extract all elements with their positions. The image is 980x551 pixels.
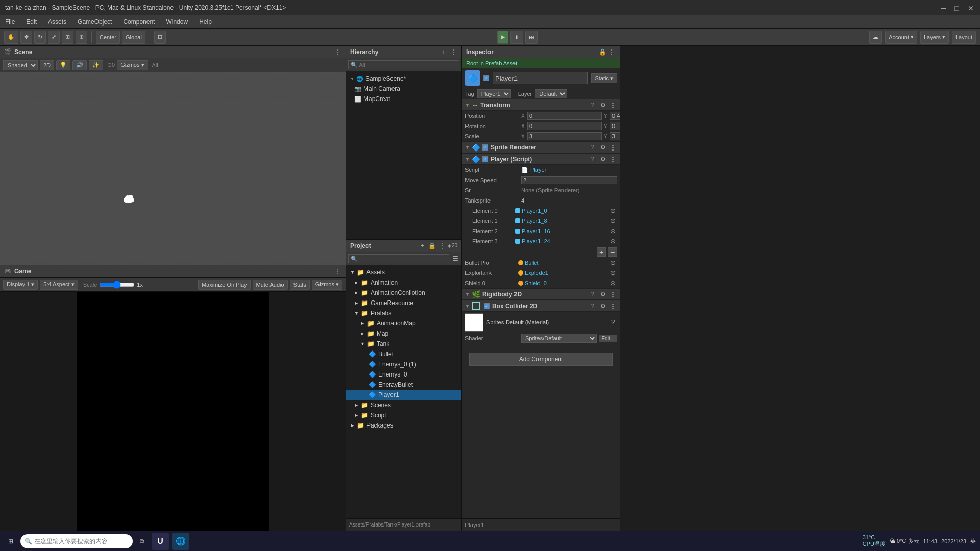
player-script-more[interactable]: ⋮ xyxy=(609,155,617,163)
rigidbody2d-more[interactable]: ⋮ xyxy=(609,290,617,298)
box-collider2d-help[interactable]: ? xyxy=(589,302,597,310)
2d-toggle[interactable]: 2D xyxy=(40,60,54,70)
hierarchy-scene[interactable]: ▼ 🌐 SampleScene* xyxy=(346,73,461,84)
sprite-renderer-help[interactable]: ? xyxy=(589,143,597,152)
unity-taskbar-icon[interactable]: U xyxy=(152,533,169,550)
inspector-tab[interactable]: Inspector xyxy=(466,48,494,56)
grid-btn[interactable]: ⊟ xyxy=(154,31,166,44)
rot-y[interactable] xyxy=(610,122,620,130)
pos-x[interactable] xyxy=(527,112,602,120)
search-bar[interactable]: 🔍 xyxy=(20,534,133,548)
box-collider2d-header[interactable]: ▼ ✓ Box Collider 2D ? ⚙ ⋮ xyxy=(462,300,620,312)
shading-dropdown[interactable]: Shaded xyxy=(3,60,38,70)
stats-btn[interactable]: Stats xyxy=(290,280,310,290)
scale-x[interactable] xyxy=(527,132,602,140)
gizmos-game-btn[interactable]: Gizmos ▾ xyxy=(312,280,342,290)
scale-slider[interactable] xyxy=(99,281,135,289)
inspector-more[interactable]: ⋮ xyxy=(608,48,616,56)
menu-gameobject[interactable]: GameObject xyxy=(76,17,114,27)
account-button[interactable]: Account ▾ xyxy=(885,31,917,44)
project-prafabs[interactable]: ▼ 📁 Prafabs xyxy=(346,308,461,318)
static-button[interactable]: Static ▾ xyxy=(591,73,617,83)
project-tank[interactable]: ▼ 📁 Tank xyxy=(346,339,461,349)
project-eneraybullet[interactable]: 🔷 EnerayBullet xyxy=(346,380,461,390)
minimize-button[interactable]: ─ xyxy=(941,4,948,11)
audio-btn[interactable]: 🔊 xyxy=(72,60,87,70)
rot-x[interactable] xyxy=(527,122,602,130)
tool-rect[interactable]: ⊞ xyxy=(62,31,74,44)
hierarchy-search[interactable] xyxy=(348,60,459,69)
project-search[interactable] xyxy=(348,254,449,263)
transform-settings[interactable]: ⚙ xyxy=(599,101,607,109)
game-more-btn[interactable]: ⋮ xyxy=(333,267,341,276)
project-gameresource[interactable]: ► 📁 GameResource xyxy=(346,298,461,308)
rigidbody2d-header[interactable]: ▼ 🌿 Rigidbody 2D ? ⚙ ⋮ xyxy=(462,289,620,300)
aspect-dropdown[interactable]: 5:4 Aspect ▾ xyxy=(40,280,78,290)
start-button[interactable]: ⊞ xyxy=(4,533,17,550)
layers-button[interactable]: Layers ▾ xyxy=(920,31,949,44)
scale-y[interactable] xyxy=(610,132,620,140)
menu-assets[interactable]: Assets xyxy=(46,17,68,27)
element-0-picker[interactable]: ⊙ xyxy=(609,207,617,215)
player-script-enabled[interactable]: ✓ xyxy=(482,156,488,162)
scene-view[interactable] xyxy=(0,72,346,265)
menu-window[interactable]: Window xyxy=(164,17,190,27)
project-add-btn[interactable]: + xyxy=(419,242,427,250)
move-speed-input[interactable] xyxy=(521,176,617,184)
pos-y[interactable] xyxy=(610,112,620,120)
element-3-picker[interactable]: ⊙ xyxy=(609,237,617,245)
project-animation[interactable]: ► 📁 Animation xyxy=(346,278,461,288)
pause-button[interactable]: ⏸ xyxy=(510,31,523,44)
display-dropdown[interactable]: Display 1 ▾ xyxy=(3,280,38,290)
element-2-picker[interactable]: ⊙ xyxy=(609,227,617,235)
transform-help[interactable]: ? xyxy=(589,101,597,109)
menu-component[interactable]: Component xyxy=(121,17,157,27)
add-element-btn[interactable]: + xyxy=(597,247,606,257)
project-animationconllotion[interactable]: ► 📁 AnimationConllotion xyxy=(346,288,461,298)
hierarchy-main-camera[interactable]: 📷 Main Camera xyxy=(346,84,461,94)
shader-edit-btn[interactable]: Edit... xyxy=(599,335,617,342)
rigidbody2d-settings[interactable]: ⚙ xyxy=(599,290,607,298)
sprite-renderer-enabled[interactable]: ✓ xyxy=(482,144,488,151)
hierarchy-tab[interactable]: Hierarchy xyxy=(350,48,378,56)
project-packages[interactable]: ► 📁 Packages xyxy=(346,420,461,431)
project-scenes[interactable]: ► 📁 Scenes xyxy=(346,400,461,410)
player-script-help[interactable]: ? xyxy=(589,155,597,163)
menu-edit[interactable]: Edit xyxy=(24,17,39,27)
close-button[interactable]: ✕ xyxy=(968,4,975,11)
project-map[interactable]: ► 📁 Map xyxy=(346,329,461,339)
transform-header[interactable]: ▼ ↔ Transform ? ⚙ ⋮ xyxy=(462,99,620,111)
object-name-input[interactable] xyxy=(493,72,588,84)
maximize-on-play-btn[interactable]: Maximize On Play xyxy=(198,280,251,290)
hierarchy-add-btn[interactable]: + xyxy=(439,48,448,56)
bullet-pro-picker[interactable]: ⊙ xyxy=(609,259,617,267)
box-collider2d-more[interactable]: ⋮ xyxy=(609,302,617,310)
project-more-btn[interactable]: ⋮ xyxy=(438,242,446,250)
project-player1[interactable]: 🔷 Player1 xyxy=(346,390,461,400)
game-view[interactable] xyxy=(0,292,346,531)
tool-hand[interactable]: ✋ xyxy=(4,31,18,44)
mute-audio-btn[interactable]: Mute Audio xyxy=(253,280,288,290)
scene-more-btn[interactable]: ⋮ xyxy=(333,48,341,56)
project-view-btn[interactable]: ☰ xyxy=(451,255,459,263)
project-assets[interactable]: ▼ 📁 Assets xyxy=(346,267,461,278)
tool-transform[interactable]: ⊕ xyxy=(76,31,87,44)
project-animationmap[interactable]: ► 📁 AnimationMap xyxy=(346,318,461,329)
element-1-picker[interactable]: ⊙ xyxy=(609,217,617,225)
add-component-button[interactable]: Add Component xyxy=(469,353,613,366)
menu-file[interactable]: File xyxy=(3,17,17,27)
lighting-btn[interactable]: 💡 xyxy=(56,60,70,70)
explortank-picker[interactable]: ⊙ xyxy=(609,269,617,277)
game-tab[interactable]: Game xyxy=(14,268,31,275)
rigidbody2d-help[interactable]: ? xyxy=(589,290,597,298)
sprite-renderer-header[interactable]: ▼ 🔷 ✓ Sprite Renderer ? ⚙ ⋮ xyxy=(462,142,620,153)
project-lock-btn[interactable]: 🔒 xyxy=(428,242,436,250)
sprite-renderer-settings[interactable]: ⚙ xyxy=(599,143,607,152)
hierarchy-more-btn[interactable]: ⋮ xyxy=(449,48,457,56)
project-bullet[interactable]: 🔷 Bullet xyxy=(346,349,461,359)
box-collider2d-enabled[interactable]: ✓ xyxy=(484,303,490,309)
transform-more[interactable]: ⋮ xyxy=(609,101,617,109)
global-toggle[interactable]: Global xyxy=(122,31,145,44)
project-enemys0[interactable]: 🔷 Enemys_0 xyxy=(346,369,461,380)
play-button[interactable]: ▶ xyxy=(497,31,508,44)
